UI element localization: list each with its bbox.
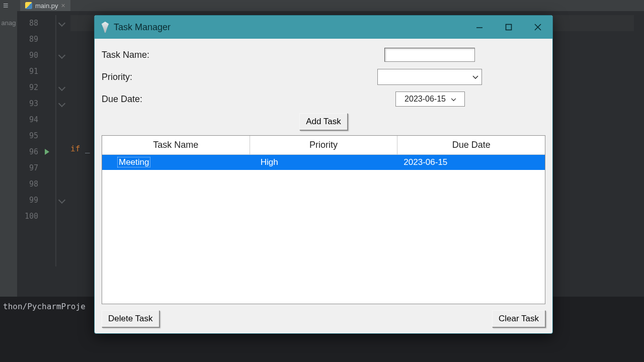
grid-body: Meeting High 2023-06-15	[102, 155, 545, 304]
close-tab-icon[interactable]: ×	[61, 2, 65, 10]
col-priority[interactable]: Priority	[250, 136, 398, 154]
fold-markers	[59, 15, 64, 224]
task-name-input[interactable]	[384, 48, 475, 62]
side-panel-text: anag	[0, 19, 17, 27]
col-due-date[interactable]: Due Date	[397, 136, 545, 154]
task-manager-window: Task Manager Task Name: Priority:	[94, 15, 553, 334]
cell-due-date: 2023-06-15	[401, 157, 545, 167]
chevron-down-icon	[469, 72, 481, 81]
titlebar[interactable]: Task Manager	[95, 16, 552, 39]
due-date-label: Due Date:	[102, 94, 142, 105]
svg-rect-1	[506, 25, 512, 30]
chevron-down-icon	[58, 84, 65, 91]
editor-tab-main[interactable]: main.py ×	[20, 0, 70, 11]
priority-combobox[interactable]	[377, 69, 482, 85]
add-task-button[interactable]: Add Task	[299, 113, 348, 130]
task-name-label: Task Name:	[102, 50, 149, 60]
line-gutter: 88 89 90 91 92 93 94 95 96 97 98 99 100	[15, 15, 38, 224]
editor-tab-label: main.py	[35, 2, 58, 10]
chevron-down-icon	[58, 52, 65, 59]
delete-task-button[interactable]: Delete Task	[102, 310, 159, 327]
table-row[interactable]: Meeting High 2023-06-15	[102, 155, 545, 170]
priority-label: Priority:	[102, 72, 132, 82]
maximize-button[interactable]	[494, 16, 523, 39]
python-file-icon	[25, 2, 32, 9]
col-task-name[interactable]: Task Name	[102, 136, 250, 154]
cell-priority: High	[259, 157, 402, 167]
chevron-down-icon	[58, 197, 65, 204]
code-area: if _	[70, 15, 90, 153]
chevron-down-icon	[449, 95, 459, 104]
ide-tabbar: ≡ main.py ×	[0, 0, 644, 11]
feather-icon	[101, 22, 110, 33]
due-date-picker[interactable]: 2023-06-15	[395, 92, 465, 107]
clear-task-button[interactable]: Clear Task	[492, 310, 545, 327]
chevron-down-icon	[58, 100, 65, 107]
grid-header: Task Name Priority Due Date	[102, 136, 545, 155]
due-date-value: 2023-06-15	[401, 95, 449, 104]
window-title: Task Manager	[114, 22, 171, 33]
minimize-button[interactable]	[465, 16, 494, 39]
task-grid[interactable]: Task Name Priority Due Date Meeting High…	[102, 135, 545, 304]
close-button[interactable]	[523, 16, 552, 39]
chevron-down-icon	[58, 20, 65, 27]
hamburger-icon[interactable]: ≡	[0, 1, 20, 10]
cell-task-name: Meeting	[102, 157, 259, 167]
